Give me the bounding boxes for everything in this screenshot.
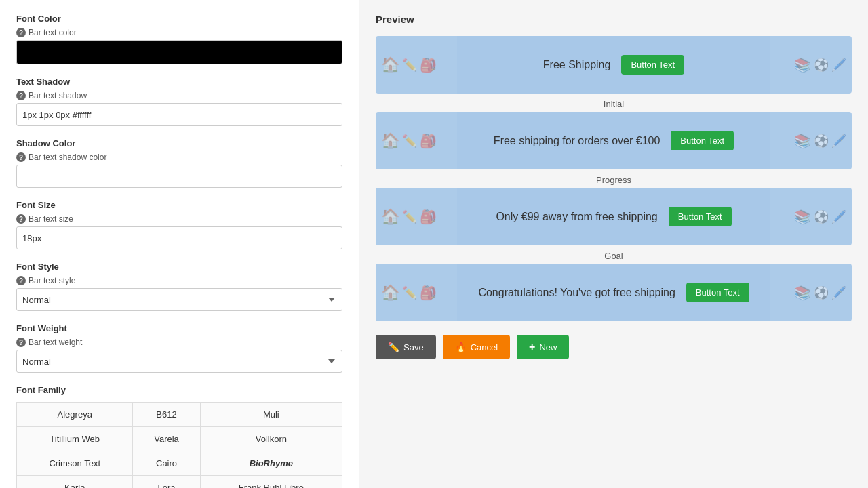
text-shadow-title: Text Shadow xyxy=(16,77,342,87)
font-family-table: AlegreyaB612MuliTitillium WebVarelaVollk… xyxy=(16,402,342,488)
font-size-section: Font Size ? Bar text size xyxy=(16,200,342,249)
font-family-cell[interactable]: Lora xyxy=(133,476,200,489)
banner-deco-right: 📚⚽🖊️ xyxy=(794,188,846,245)
font-weight-label: ? Bar text weight xyxy=(16,338,342,347)
action-bar: ✏️ Save 🔥 Cancel + New xyxy=(376,335,852,359)
text-shadow-info-icon[interactable]: ? xyxy=(16,91,26,100)
banner-deco-right: 📚⚽🖊️ xyxy=(794,264,846,321)
font-style-info-icon[interactable]: ? xyxy=(16,276,26,285)
banner-deco-left: 🏠✏️🎒 xyxy=(381,264,437,321)
text-shadow-label: ? Bar text shadow xyxy=(16,91,342,100)
banner-text: Congratulations! You've got free shippin… xyxy=(478,287,675,299)
font-family-cell[interactable]: Titillium Web xyxy=(17,427,133,451)
banner-deco-left: 🏠✏️🎒 xyxy=(381,36,437,94)
banner-text: Free Shipping xyxy=(543,59,611,71)
font-color-title: Font Color xyxy=(16,14,342,24)
shadow-color-title: Shadow Color xyxy=(16,138,342,148)
banner-label: Goal xyxy=(376,251,852,261)
font-family-cell[interactable]: Muli xyxy=(200,403,342,427)
shadow-color-info-icon[interactable]: ? xyxy=(16,152,26,162)
font-style-select[interactable]: Normal Italic Oblique xyxy=(16,288,342,311)
font-family-cell[interactable]: B612 xyxy=(133,403,200,427)
banner-text: Free shipping for orders over €100 xyxy=(494,135,660,147)
font-style-title: Font Style xyxy=(16,262,342,272)
font-size-info-icon[interactable]: ? xyxy=(16,214,26,224)
right-panel: Preview 🏠✏️🎒Free ShippingButton Text📚⚽🖊️… xyxy=(359,0,868,488)
banner-button[interactable]: Button Text xyxy=(671,131,734,150)
banner-preview: 🏠✏️🎒Only €99 away from free shippingButt… xyxy=(376,188,852,245)
banner-deco-right: 📚⚽🖊️ xyxy=(794,112,846,169)
cancel-button[interactable]: 🔥 Cancel xyxy=(443,335,510,359)
banner-label: Progress xyxy=(376,175,852,185)
font-weight-select[interactable]: Normal Bold Bolder Lighter xyxy=(16,350,342,373)
font-family-cell[interactable]: Karla xyxy=(17,476,133,489)
font-weight-info-icon[interactable]: ? xyxy=(16,338,26,347)
banner-deco-left: 🏠✏️🎒 xyxy=(381,112,437,169)
preview-title: Preview xyxy=(376,14,852,25)
font-family-cell[interactable]: Crimson Text xyxy=(17,451,133,476)
shadow-color-section: Shadow Color ? Bar text shadow color xyxy=(16,138,342,188)
font-color-section: Font Color ? Bar text color xyxy=(16,14,342,64)
banner-container: Progress🏠✏️🎒Only €99 away from free ship… xyxy=(376,175,852,245)
banner-container: Initial🏠✏️🎒Free shipping for orders over… xyxy=(376,99,852,169)
text-shadow-input[interactable] xyxy=(16,103,342,126)
banner-button[interactable]: Button Text xyxy=(686,283,749,302)
banner-deco-right: 📚⚽🖊️ xyxy=(794,36,846,94)
font-weight-section: Font Weight ? Bar text weight Normal Bol… xyxy=(16,323,342,373)
banner-deco-left: 🏠✏️🎒 xyxy=(381,188,437,245)
font-family-cell[interactable]: BioRhyme xyxy=(200,451,342,476)
font-color-info-icon[interactable]: ? xyxy=(16,28,26,37)
font-weight-title: Font Weight xyxy=(16,323,342,333)
font-size-title: Font Size xyxy=(16,200,342,210)
font-color-picker[interactable] xyxy=(16,40,342,64)
left-panel: Font Color ? Bar text color Text Shadow … xyxy=(0,0,359,488)
save-button[interactable]: ✏️ Save xyxy=(376,335,436,359)
font-family-cell[interactable]: Vollkorn xyxy=(200,427,342,451)
shadow-color-input[interactable] xyxy=(16,165,342,188)
banner-text: Only €99 away from free shipping xyxy=(496,211,657,223)
banner-container: Goal🏠✏️🎒Congratulations! You've got free… xyxy=(376,251,852,321)
banner-button[interactable]: Button Text xyxy=(621,55,684,75)
save-icon: ✏️ xyxy=(388,342,399,352)
font-family-cell[interactable]: Cairo xyxy=(133,451,200,476)
font-size-input[interactable] xyxy=(16,226,342,249)
font-color-label: ? Bar text color xyxy=(16,28,342,37)
cancel-icon: 🔥 xyxy=(455,342,467,352)
font-family-section: Font Family AlegreyaB612MuliTitillium We… xyxy=(16,385,342,488)
new-button[interactable]: + New xyxy=(517,335,569,359)
banner-label: Initial xyxy=(376,99,852,109)
banner-preview: 🏠✏️🎒Free shipping for orders over €100Bu… xyxy=(376,112,852,169)
text-shadow-section: Text Shadow ? Bar text shadow xyxy=(16,77,342,126)
shadow-color-label: ? Bar text shadow color xyxy=(16,152,342,162)
font-family-cell[interactable]: Varela xyxy=(133,427,200,451)
font-size-label: ? Bar text size xyxy=(16,214,342,224)
new-icon: + xyxy=(529,341,535,353)
banner-preview: 🏠✏️🎒Free ShippingButton Text📚⚽🖊️ xyxy=(376,36,852,94)
font-family-title: Font Family xyxy=(16,385,342,395)
font-family-cell[interactable]: Alegreya xyxy=(17,403,133,427)
font-style-section: Font Style ? Bar text style Normal Itali… xyxy=(16,262,342,311)
banners-container: 🏠✏️🎒Free ShippingButton Text📚⚽🖊️Initial🏠… xyxy=(376,36,852,321)
font-style-label: ? Bar text style xyxy=(16,276,342,285)
font-family-cell[interactable]: Frank Ruhl Libre xyxy=(200,476,342,489)
banner-container: 🏠✏️🎒Free ShippingButton Text📚⚽🖊️ xyxy=(376,36,852,94)
banner-button[interactable]: Button Text xyxy=(669,207,732,226)
banner-preview: 🏠✏️🎒Congratulations! You've got free shi… xyxy=(376,264,852,321)
